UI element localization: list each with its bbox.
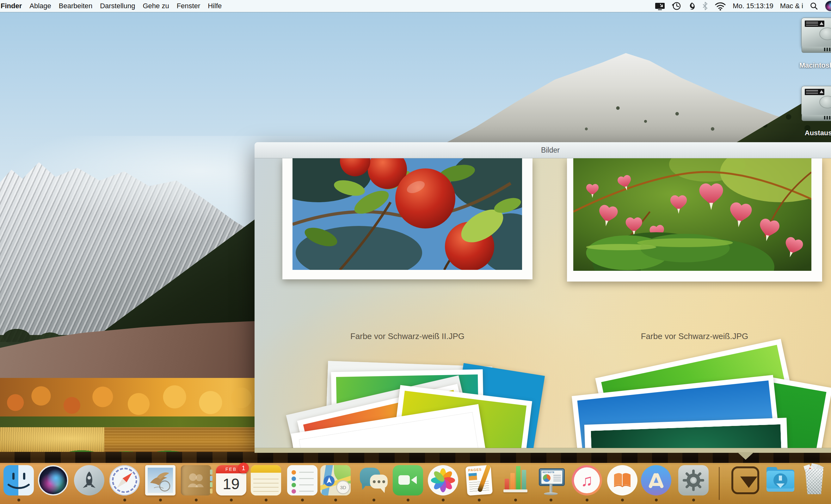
popup-pointer-tail [737,452,754,460]
pages-icon: PAGES [463,464,495,497]
launchpad-icon [74,465,104,496]
app-store-icon [641,465,671,496]
camera-body [398,475,410,485]
mail-icon [145,465,175,496]
siri-icon[interactable] [825,0,831,12]
running-indicator [407,499,409,502]
menu-bar-user[interactable]: Mac & i [780,2,803,10]
dock-item-trash[interactable] [799,465,829,502]
macos-desktop: { "menu_bar": { "app_name": "Finder", "m… [0,0,831,504]
iphoto-library-stack[interactable] [577,357,808,453]
menu-fenster[interactable]: Fenster [177,2,200,10]
pages-label: PAGES [468,467,482,472]
popup-content: Farbe vor Schwarz-weiß II.JPG Farbe vor … [255,158,831,448]
contacts-tab [210,470,212,475]
dock-item-calendar[interactable]: FEB 19 1 [216,465,246,502]
notification-badge: 1 [238,463,249,473]
bleeding-hearts-photo [573,158,811,271]
running-indicator [692,499,695,502]
keynote-slide: KEYNOTE [539,468,565,486]
dock-item-app-store[interactable] [641,465,671,502]
file-label-1[interactable]: Farbe vor Schwarz-weiß II.JPG [282,331,533,341]
file-thumbnail-farbe-vor-schwarz-weiss-ii[interactable] [282,158,533,279]
apples-photo [292,158,522,270]
running-indicator [585,499,589,502]
dock-item-numbers[interactable] [500,465,531,502]
volume-label-macintosh-hd[interactable]: Macintosh HD [793,61,831,69]
safari-icon [109,465,140,496]
menu-bearbeiten[interactable]: Bearbeiten [59,2,92,10]
dock-item-bilder-stack-open[interactable] [730,465,761,502]
dock-item-mail[interactable] [145,465,175,502]
keynote-icon: KEYNOTE [536,465,566,496]
running-indicator [301,499,304,502]
running-indicator [442,499,445,502]
dock-item-safari[interactable] [109,465,140,502]
dock-item-pages[interactable]: PAGES [464,465,494,502]
running-indicator [372,499,375,502]
menu-bar: Finder Ablage Bearbeiten Darstellung Geh… [0,0,831,12]
dock-item-finder[interactable] [3,465,34,502]
running-indicator [621,499,624,502]
dock-item-keynote[interactable]: KEYNOTE [536,465,566,502]
wifi-icon[interactable] [715,2,726,10]
dock-item-itunes[interactable]: ♫ [572,465,602,502]
display-mirroring-icon[interactable] [655,2,665,10]
menu-darstellung[interactable]: Darstellung [100,2,135,10]
menu-bar-clock[interactable]: Mo. 15:13:19 [733,2,773,10]
dock-item-notes[interactable] [251,465,281,502]
dock-item-launchpad[interactable] [74,465,104,502]
pages-thumbnail [468,473,477,480]
drive-base [802,115,831,121]
open-stack-indicator-icon [730,465,761,496]
dock-item-reminders[interactable] [287,465,317,502]
siri-app-icon [38,465,68,496]
download-arrow-icon [773,473,787,487]
running-indicator [514,499,517,502]
menu-ablage[interactable]: Ablage [29,2,51,10]
time-machine-icon[interactable] [672,1,682,11]
calendar-day: 19 [216,473,246,494]
volume-label-austausch[interactable]: Austausch [793,129,831,137]
dock-item-contacts[interactable] [181,465,211,502]
menu-gehe-zu[interactable]: Gehe zu [143,2,169,10]
volume-macintosh-hd[interactable] [801,18,831,53]
maps-icon: 3D [320,465,351,496]
menu-bar-left: Finder Ablage Bearbeiten Darstellung Geh… [0,2,222,10]
running-indicator [18,499,20,502]
dock-item-books[interactable] [607,465,637,502]
books-icon [607,465,637,496]
dock-item-downloads-folder[interactable] [765,465,796,502]
dock-item-system-preferences[interactable] [678,465,709,502]
third-party-app-icon[interactable] [688,2,696,10]
dock: FEB 19 1 3D [0,463,831,504]
drive-platter [819,96,831,108]
finder-icon [3,465,34,496]
maps-3d-button: 3D [336,480,350,494]
dock-item-photos[interactable] [428,465,458,502]
bluetooth-icon[interactable] [702,2,708,10]
drive-sticker [805,89,824,95]
menu-hilfe[interactable]: Hilfe [208,2,222,10]
file-thumbnail-farbe-vor-schwarz-weiss[interactable] [567,158,822,281]
dock-item-maps[interactable]: 3D [320,465,351,502]
trash-full-icon [799,465,829,496]
running-indicator [159,499,162,502]
dock-item-siri[interactable] [38,465,68,502]
running-indicator [655,499,658,502]
dock-item-facetime[interactable] [393,465,423,502]
slide-lines [553,475,561,481]
hard-drive-icon [801,18,831,48]
reminders-icon [287,465,317,496]
downloads-folder-icon [765,465,796,496]
contacts-icon [181,465,211,496]
drive-base [802,47,831,53]
dock-item-messages[interactable] [359,465,389,502]
volume-austausch[interactable] [801,86,831,121]
menu-finder[interactable]: Finder [1,2,22,10]
photos-library-stack[interactable] [289,364,529,453]
stamp-picture [148,468,173,493]
podium-pole [550,484,552,493]
file-label-2[interactable]: Farbe vor Schwarz-weiß.JPG [567,331,822,341]
spotlight-icon[interactable] [810,2,818,10]
